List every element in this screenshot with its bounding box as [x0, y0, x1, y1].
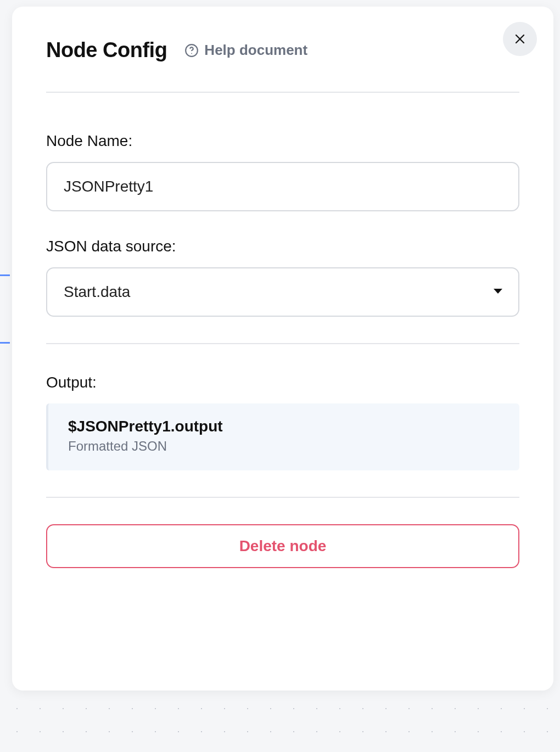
svg-point-3: [191, 53, 192, 54]
node-name-label: Node Name:: [46, 132, 519, 150]
output-variable: $JSONPretty1.output: [68, 418, 500, 435]
help-link-label: Help document: [204, 42, 307, 59]
data-source-value: Start.data: [64, 283, 130, 301]
output-section: Output: $JSONPretty1.output Formatted JS…: [46, 344, 519, 497]
delete-section: Delete node: [46, 498, 519, 568]
close-button[interactable]: [503, 22, 537, 56]
form-section: Node Name: JSON data source: Start.data: [46, 93, 519, 317]
data-source-select[interactable]: Start.data: [46, 267, 519, 317]
data-source-field: JSON data source: Start.data: [46, 238, 519, 317]
panel-header: Node Config Help document: [46, 38, 519, 93]
node-config-panel: Node Config Help document Node Name: JSO…: [12, 7, 553, 691]
delete-node-button[interactable]: Delete node: [46, 524, 519, 568]
help-icon: [184, 43, 199, 58]
close-icon: [513, 32, 527, 46]
output-box: $JSONPretty1.output Formatted JSON: [46, 403, 519, 470]
node-edge-indicator: [0, 274, 10, 344]
output-description: Formatted JSON: [68, 439, 500, 454]
panel-title: Node Config: [46, 38, 167, 62]
data-source-label: JSON data source:: [46, 238, 519, 255]
node-name-input[interactable]: [46, 162, 519, 211]
output-label: Output:: [46, 374, 519, 391]
node-name-field: Node Name:: [46, 132, 519, 211]
help-document-link[interactable]: Help document: [184, 42, 307, 59]
